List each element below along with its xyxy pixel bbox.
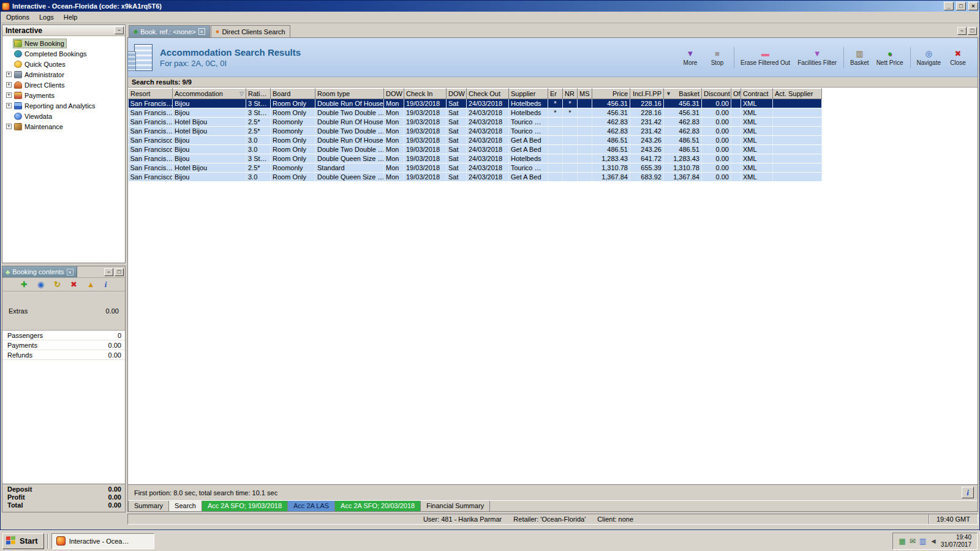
header-tool-button[interactable]: Stop	[704, 47, 731, 68]
column-header[interactable]: Check In	[404, 89, 447, 99]
bottom-tab[interactable]: Search	[169, 501, 202, 511]
tool-icon	[888, 49, 892, 58]
close-button[interactable]: ×	[968, 2, 978, 10]
booking-toolbar-icon[interactable]	[87, 280, 95, 288]
menu-item[interactable]: Options	[1, 12, 34, 23]
status-user: User: 481 - Harika Parmar	[423, 515, 502, 523]
column-header[interactable]: Discount	[702, 89, 731, 99]
menu-item[interactable]: Logs	[34, 12, 59, 23]
booking-toolbar-icon[interactable]	[21, 280, 28, 288]
column-header[interactable]: Incl.Fl.PP	[630, 89, 664, 99]
task-label: Interactive - Ocea…	[69, 538, 129, 545]
column-header[interactable]: Basket	[664, 89, 702, 99]
booking-row[interactable]: Payments 0.00	[2, 340, 125, 350]
sidebar-item[interactable]: + Direct Clients	[4, 80, 125, 90]
sidebar-item-label: Quick Quotes	[24, 61, 66, 68]
result-row[interactable]: San Francis… Bijou 3 St… Room Only Doubl…	[129, 108, 822, 118]
document-tab[interactable]: Book. ref.: <none> ×	[129, 25, 210, 37]
header-tool-button[interactable]: More	[677, 47, 704, 68]
booking-panel-minimize-button[interactable]: −	[104, 268, 113, 276]
sidebar-item[interactable]: New Booking	[4, 38, 125, 48]
expand-toggle-icon[interactable]: +	[6, 72, 12, 77]
booking-toolbar-icon[interactable]	[70, 280, 77, 288]
column-header[interactable]: Check Out	[467, 89, 509, 99]
header-tool-button[interactable]: Navigate	[910, 47, 944, 68]
result-row[interactable]: San Francisco Bijou 3.0 Room Only Double…	[129, 136, 822, 145]
panel-collapse-button[interactable]: −	[115, 26, 124, 34]
booking-panel-close-icon[interactable]: ×	[67, 269, 74, 276]
bottom-tab[interactable]: Summary	[128, 501, 169, 511]
menu-item[interactable]: Help	[59, 12, 83, 23]
bottom-tab[interactable]: Acc 2A SFO; 19/03/2018	[202, 501, 288, 511]
tray-icon[interactable]	[899, 538, 905, 545]
document-tab[interactable]: Direct Clients Search ×	[211, 25, 290, 37]
result-row[interactable]: San Francis… Hotel Bijou 2.5* Roomonly S…	[129, 163, 822, 173]
column-header[interactable]: Er	[548, 89, 563, 99]
column-header[interactable]: Act. Supplier	[773, 89, 822, 99]
column-header[interactable]: Price	[592, 89, 630, 99]
sidebar-item[interactable]: Completed Bookings	[4, 48, 125, 59]
booking-row[interactable]: Refunds 0.00	[2, 350, 125, 360]
booking-row[interactable]: Extras 0.00	[2, 291, 125, 331]
sidebar-item[interactable]: Viewdata	[4, 111, 125, 121]
results-table: Resort Accommodation Rati…	[128, 88, 822, 182]
windows-logo-icon	[6, 536, 17, 545]
column-header[interactable]: DOW	[384, 89, 404, 99]
sidebar-item[interactable]: + Reporting and Analytics	[4, 100, 125, 111]
result-row[interactable]: San Francis… Bijou 3 St… Room Only Doubl…	[129, 154, 822, 163]
booking-toolbar-icon[interactable]	[54, 280, 61, 288]
header-tool-button[interactable]: Erase Filtered Out	[734, 47, 794, 68]
sidebar-item[interactable]: Quick Quotes	[4, 59, 125, 69]
info-button[interactable]: i	[962, 487, 974, 498]
header-tool-button[interactable]: Facilities Filter	[794, 47, 840, 68]
booking-panel-restore-button[interactable]: □	[115, 268, 124, 276]
header-tool-button[interactable]: Nett Price	[873, 47, 907, 68]
column-header[interactable]: DOW	[447, 89, 467, 99]
tray-icon[interactable]	[919, 538, 926, 545]
column-header[interactable]: Rati…	[246, 89, 271, 99]
minimize-button[interactable]: _	[944, 2, 954, 10]
start-button[interactable]: Start	[2, 533, 44, 549]
column-header[interactable]: Board	[271, 89, 315, 99]
header-tool-button[interactable]: Basket	[843, 47, 873, 68]
expand-toggle-icon[interactable]: +	[6, 103, 12, 108]
tray-icon[interactable]	[910, 538, 916, 545]
booking-row-value: 0.00	[108, 342, 121, 349]
tool-icon	[761, 49, 769, 58]
result-row[interactable]: San Francisco Bijou 3.0 Room Only Double…	[129, 145, 822, 154]
tab-close-icon[interactable]: ×	[198, 28, 205, 35]
result-row[interactable]: San Francisco Bijou 3.0 Room Only Double…	[129, 173, 822, 182]
result-row[interactable]: San Francis… Hotel Bijou 2.5* Roomonly D…	[129, 118, 822, 127]
workspace-minimize-button[interactable]: −	[957, 27, 967, 35]
column-header[interactable]: Contract	[741, 89, 773, 99]
sidebar-item[interactable]: + Payments	[4, 90, 125, 100]
expand-toggle-icon[interactable]: +	[6, 82, 12, 88]
column-header[interactable]: Accommodation	[173, 89, 246, 99]
column-header[interactable]: Of	[731, 89, 741, 99]
bottom-tab[interactable]: Acc 2A LAS	[288, 501, 335, 511]
bottom-tab[interactable]: Acc 2A SFO; 20/03/2018	[335, 501, 421, 511]
booking-panel-tab[interactable]: Booking contents ×	[2, 266, 77, 277]
column-header[interactable]: Supplier	[509, 89, 548, 99]
column-header-label: Room type	[317, 90, 350, 97]
column-header[interactable]: MS	[578, 89, 592, 99]
booking-row[interactable]: Passengers 0	[2, 331, 125, 340]
bottom-tab[interactable]: Financial Summary	[421, 501, 490, 511]
booking-toolbar-icon[interactable]	[37, 280, 44, 288]
taskbar-task-button[interactable]: Interactive - Ocea…	[51, 533, 154, 549]
column-header[interactable]: NR	[563, 89, 578, 99]
column-header[interactable]: Resort	[129, 89, 173, 99]
result-row[interactable]: San Francis… Bijou 3 St… Room Only Doubl…	[129, 99, 822, 108]
booking-toolbar-icon[interactable]	[105, 280, 107, 288]
header-tool-button[interactable]: Close	[944, 47, 971, 68]
expand-toggle-icon[interactable]: +	[6, 92, 12, 98]
tool-icon	[715, 49, 720, 58]
maximize-button[interactable]: □	[956, 2, 966, 10]
column-header[interactable]: Room type	[315, 89, 384, 99]
workspace-restore-button[interactable]: □	[968, 27, 977, 35]
sidebar-item[interactable]: + Administrator	[4, 69, 125, 80]
tray-icon[interactable]	[930, 538, 937, 545]
result-row[interactable]: San Francis… Hotel Bijou 2.5* Roomonly D…	[129, 127, 822, 136]
expand-toggle-icon[interactable]: +	[6, 124, 12, 129]
sidebar-item[interactable]: + Maintenance	[4, 121, 125, 132]
